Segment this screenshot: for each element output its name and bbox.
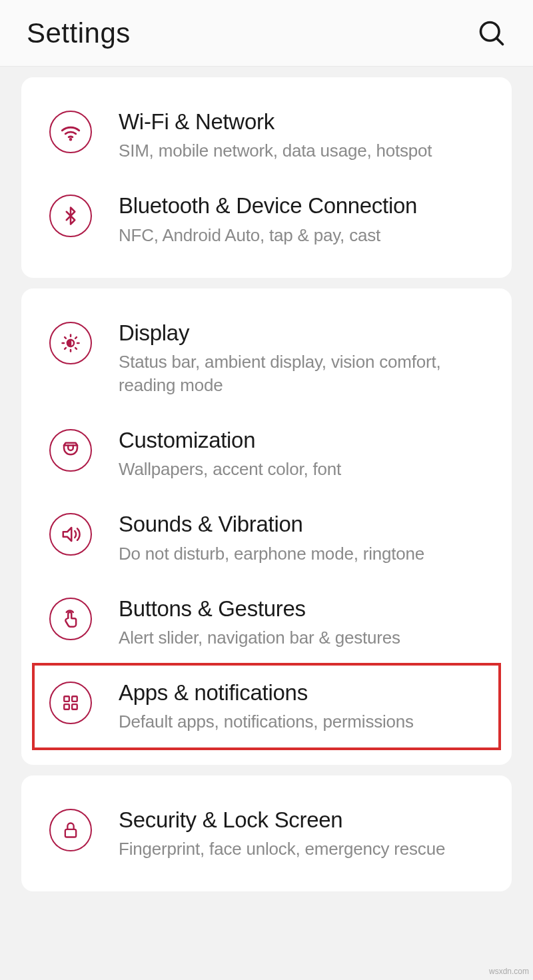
- row-title: Buttons & Gestures: [119, 595, 493, 622]
- settings-group-device: Display Status bar, ambient display, vis…: [21, 288, 512, 765]
- row-subtitle: Wallpapers, accent color, font: [119, 458, 493, 481]
- lock-icon: [49, 809, 92, 851]
- svg-rect-17: [65, 829, 76, 837]
- row-subtitle: SIM, mobile network, data usage, hotspot: [119, 139, 493, 163]
- row-title: Wi-Fi & Network: [119, 108, 493, 135]
- row-subtitle: Alert slider, navigation bar & gestures: [119, 626, 493, 650]
- svg-point-2: [70, 139, 71, 140]
- row-title: Bluetooth & Device Connection: [119, 192, 493, 219]
- row-display[interactable]: Display Status bar, ambient display, vis…: [21, 304, 512, 412]
- row-text: Customization Wallpapers, accent color, …: [119, 426, 493, 481]
- row-apps-notifications[interactable]: Apps & notifications Default apps, notif…: [33, 664, 500, 748]
- apps-icon: [49, 682, 92, 724]
- row-text: Buttons & Gestures Alert slider, navigat…: [119, 595, 493, 650]
- row-title: Customization: [119, 426, 493, 454]
- row-subtitle: Default apps, notifications, permissions: [119, 710, 493, 734]
- row-text: Sounds & Vibration Do not disturb, earph…: [119, 510, 493, 565]
- row-bluetooth[interactable]: Bluetooth & Device Connection NFC, Andro…: [21, 177, 512, 261]
- settings-group-security: Security & Lock Screen Fingerprint, face…: [21, 775, 512, 891]
- row-subtitle: Status bar, ambient display, vision comf…: [119, 350, 493, 397]
- search-icon[interactable]: [477, 19, 506, 48]
- page-title: Settings: [27, 17, 131, 49]
- row-text: Security & Lock Screen Fingerprint, face…: [119, 806, 493, 861]
- customization-icon: [49, 429, 92, 472]
- svg-marker-12: [63, 528, 72, 541]
- svg-line-1: [496, 38, 502, 44]
- svg-rect-16: [72, 704, 77, 710]
- row-wifi-network[interactable]: Wi-Fi & Network SIM, mobile network, dat…: [21, 93, 512, 177]
- row-title: Apps & notifications: [119, 679, 493, 706]
- svg-line-10: [65, 348, 66, 349]
- settings-header: Settings: [0, 0, 533, 67]
- row-sounds[interactable]: Sounds & Vibration Do not disturb, earph…: [21, 496, 512, 580]
- svg-line-11: [75, 337, 77, 338]
- row-title: Sounds & Vibration: [119, 510, 493, 538]
- bluetooth-icon: [49, 195, 92, 237]
- row-subtitle: NFC, Android Auto, tap & pay, cast: [119, 224, 493, 247]
- row-buttons-gestures[interactable]: Buttons & Gestures Alert slider, navigat…: [21, 580, 512, 664]
- row-customization[interactable]: Customization Wallpapers, accent color, …: [21, 412, 512, 496]
- svg-line-8: [65, 337, 66, 338]
- svg-line-9: [75, 348, 77, 349]
- sounds-icon: [49, 513, 92, 556]
- row-text: Wi-Fi & Network SIM, mobile network, dat…: [119, 108, 493, 163]
- row-subtitle: Fingerprint, face unlock, emergency resc…: [119, 837, 493, 861]
- wifi-icon: [49, 111, 92, 153]
- row-security-lock[interactable]: Security & Lock Screen Fingerprint, face…: [21, 791, 512, 875]
- watermark: wsxdn.com: [489, 967, 529, 976]
- settings-group-network: Wi-Fi & Network SIM, mobile network, dat…: [21, 77, 512, 278]
- row-title: Security & Lock Screen: [119, 806, 493, 833]
- svg-rect-14: [72, 696, 77, 702]
- display-icon: [49, 322, 92, 364]
- row-text: Bluetooth & Device Connection NFC, Andro…: [119, 192, 493, 246]
- svg-rect-13: [64, 696, 69, 702]
- gestures-icon: [49, 598, 92, 640]
- svg-rect-15: [64, 704, 69, 710]
- row-text: Display Status bar, ambient display, vis…: [119, 319, 493, 397]
- row-text: Apps & notifications Default apps, notif…: [119, 679, 493, 734]
- row-title: Display: [119, 319, 493, 346]
- row-subtitle: Do not disturb, earphone mode, ringtone: [119, 542, 493, 566]
